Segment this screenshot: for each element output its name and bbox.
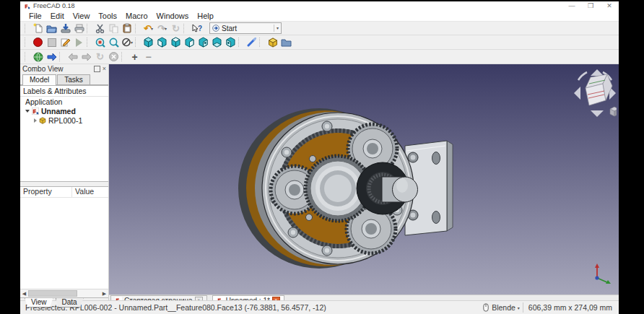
- tab-view[interactable]: View: [25, 298, 53, 308]
- close-button[interactable]: ✕: [600, 1, 619, 10]
- horizontal-scrollbar[interactable]: ◀ ▶: [20, 289, 108, 297]
- toolbar-grip[interactable]: [238, 38, 243, 47]
- view-rear-icon: [198, 37, 209, 48]
- chevron-down-icon: ▾: [131, 40, 133, 45]
- nav-style-selector[interactable]: Blende: [492, 303, 515, 312]
- macro-stop-button[interactable]: [45, 37, 58, 48]
- clipboard-icon: [123, 23, 132, 33]
- status-bar: Preselected: RPL006-002 - Unnamed.Part__…: [20, 300, 619, 314]
- property-column-header: Property: [20, 187, 72, 197]
- zoom-out-button[interactable]: −: [142, 51, 155, 63]
- menu-tools[interactable]: Tools: [94, 12, 121, 20]
- float-panel-icon[interactable]: [94, 66, 100, 72]
- view-right-button[interactable]: [183, 37, 196, 48]
- scroll-left-icon[interactable]: ◀: [20, 289, 28, 297]
- menu-windows[interactable]: Windows: [152, 12, 193, 20]
- page-refresh-button[interactable]: ↻: [93, 51, 107, 63]
- scroll-right-icon[interactable]: ▶: [100, 289, 108, 297]
- plus-icon: +: [131, 52, 137, 62]
- nav-forward-button[interactable]: [79, 51, 93, 63]
- scrollbar-thumb[interactable]: [28, 290, 77, 297]
- toolbar-grip[interactable]: [87, 38, 91, 47]
- tab-model[interactable]: Model: [22, 74, 56, 85]
- toolbar-grip[interactable]: [183, 24, 188, 33]
- fit-all-button[interactable]: [93, 37, 107, 48]
- cut-button[interactable]: [93, 22, 107, 34]
- chevron-down-icon: ▾: [151, 26, 153, 31]
- stop-icon: [48, 38, 56, 47]
- redo-button[interactable]: ↷▾: [155, 22, 169, 34]
- refresh-button[interactable]: ↻: [169, 22, 183, 34]
- save-button[interactable]: [58, 22, 72, 34]
- open-folder-icon: [46, 24, 57, 33]
- combo-view-header: Combo View ×: [20, 64, 108, 74]
- tree-item-document[interactable]: Unnamed: [20, 106, 108, 115]
- magnifier-icon: [109, 38, 119, 48]
- toolbar-grip[interactable]: [121, 52, 126, 61]
- view-top-button[interactable]: [169, 37, 183, 48]
- view-bottom-button[interactable]: [210, 37, 224, 48]
- view-left-button[interactable]: [224, 37, 238, 48]
- new-file-button[interactable]: [31, 22, 45, 34]
- restore-button[interactable]: ❒: [581, 1, 600, 10]
- view-right-icon: [184, 37, 195, 48]
- toolbar-grip[interactable]: [135, 38, 139, 47]
- close-panel-icon[interactable]: ×: [103, 66, 106, 72]
- tree-item-application[interactable]: Application: [20, 97, 108, 106]
- toolbar-grip[interactable]: [25, 24, 29, 33]
- zoom-selection-button[interactable]: [107, 37, 121, 48]
- menu-edit[interactable]: Edit: [46, 12, 69, 20]
- view-front-button[interactable]: [155, 37, 169, 48]
- toolbar-grip[interactable]: [259, 38, 264, 47]
- gray-arrow-right-icon: [82, 53, 92, 61]
- nav-back-button[interactable]: [66, 51, 79, 63]
- menu-help[interactable]: Help: [193, 12, 218, 20]
- macro-edit-button[interactable]: [58, 37, 72, 48]
- paste-button[interactable]: [121, 22, 134, 34]
- copy-button[interactable]: [107, 22, 121, 34]
- open-file-button[interactable]: [45, 22, 58, 34]
- measure-button[interactable]: [245, 37, 258, 48]
- folder-button[interactable]: [279, 37, 293, 48]
- view-axonometric-button[interactable]: [142, 37, 155, 48]
- whats-this-button[interactable]: ?: [190, 22, 204, 34]
- freecad-logo-icon: [24, 3, 30, 9]
- part-icon: [39, 117, 46, 124]
- tree-item-part[interactable]: RPL000-1: [20, 115, 108, 125]
- gray-arrow-left-icon: [68, 53, 78, 61]
- stop-circle-icon: [109, 52, 118, 61]
- print-button[interactable]: [72, 22, 86, 34]
- expand-caret-icon[interactable]: [25, 110, 30, 113]
- draw-style-button[interactable]: ▾: [121, 37, 134, 48]
- web-home-button[interactable]: [31, 51, 45, 63]
- folder-icon: [281, 38, 292, 47]
- toolbar-grip[interactable]: [135, 24, 139, 33]
- axis-cross: [595, 263, 611, 284]
- globe-icon: [33, 52, 43, 62]
- menu-view[interactable]: View: [69, 12, 95, 20]
- edit-macro-icon: [61, 38, 70, 47]
- view-rear-button[interactable]: [196, 37, 210, 48]
- part-box-button[interactable]: [266, 37, 279, 48]
- macro-record-button[interactable]: [31, 37, 45, 48]
- menu-macro[interactable]: Macro: [121, 12, 152, 20]
- workbench-selector[interactable]: Start ▾: [209, 22, 282, 34]
- page-stop-button[interactable]: [107, 51, 121, 63]
- tab-data[interactable]: Data: [56, 298, 84, 308]
- chevron-down-icon: ▾: [518, 305, 520, 310]
- toolbar-grip[interactable]: [25, 52, 29, 61]
- minimize-button[interactable]: —: [562, 1, 581, 10]
- collapse-caret-icon[interactable]: [34, 118, 37, 123]
- tab-tasks[interactable]: Tasks: [57, 74, 90, 84]
- toolbar-grip[interactable]: [59, 52, 64, 61]
- 3d-viewport[interactable]: [109, 64, 619, 295]
- zoom-in-button[interactable]: +: [128, 51, 142, 63]
- macro-play-button[interactable]: [72, 37, 86, 48]
- copy-icon: [109, 24, 118, 33]
- undo-button[interactable]: ↶▾: [142, 22, 155, 34]
- toolbar-grip[interactable]: [25, 38, 29, 47]
- chevron-down-icon: ▾: [274, 25, 279, 32]
- go-forward-button[interactable]: [45, 51, 58, 63]
- menu-file[interactable]: File: [25, 12, 46, 20]
- toolbar-grip[interactable]: [87, 24, 91, 33]
